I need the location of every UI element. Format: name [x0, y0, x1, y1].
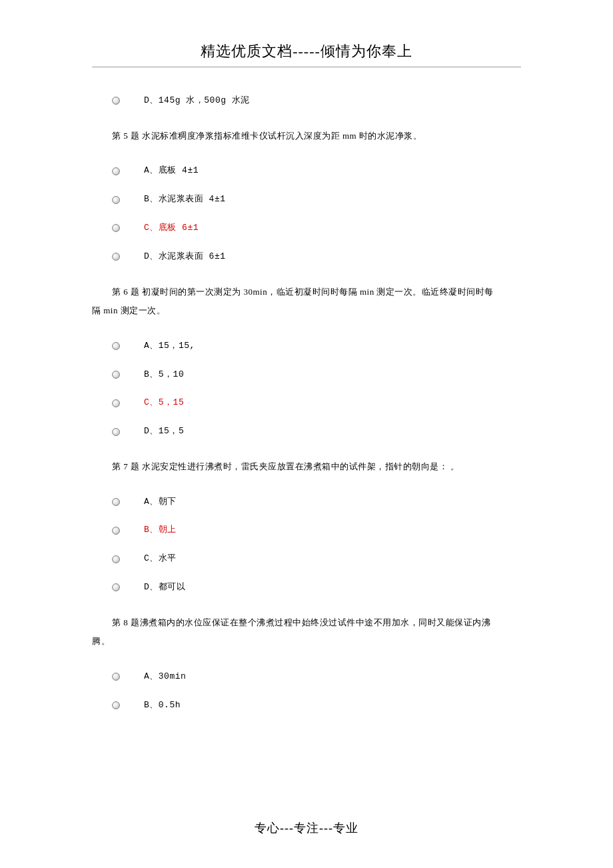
radio-icon[interactable]	[112, 527, 120, 535]
radio-icon[interactable]	[112, 673, 120, 681]
question-6-line1: 第 6 题 初凝时间的第一次测定为 30min，临近初凝时间时每隔 min 测定…	[112, 287, 494, 297]
radio-icon[interactable]	[112, 583, 120, 591]
question-6-line2: 隔 min 测定一次。	[92, 301, 165, 321]
radio-icon[interactable]	[112, 167, 120, 175]
option-row: C、底板 6±1	[92, 221, 521, 235]
radio-icon[interactable]	[112, 253, 120, 261]
option-text-correct: C、5，15	[144, 396, 184, 410]
radio-icon[interactable]	[112, 224, 120, 232]
option-text: A、底板 4±1	[144, 164, 199, 178]
option-text: C、水平	[144, 552, 177, 566]
page-header-title: 精选优质文档-----倾情为你奉上	[92, 41, 521, 67]
page-footer: 专心---专注---专业	[0, 820, 613, 836]
radio-icon[interactable]	[112, 701, 120, 709]
option-row: D、145g 水，500g 水泥	[92, 94, 521, 108]
radio-icon[interactable]	[112, 342, 120, 350]
option-row: C、水平	[92, 552, 521, 566]
radio-icon[interactable]	[112, 399, 120, 407]
question-6-text: 第 6 题 初凝时间的第一次测定为 30min，临近初凝时间时每隔 min 测定…	[112, 283, 521, 321]
option-text: A、朝下	[144, 495, 177, 509]
option-row: B、0.5h	[92, 699, 521, 713]
option-row: A、朝下	[92, 495, 521, 509]
content-area: D、145g 水，500g 水泥 第 5 题 水泥标准稠度净浆指标准维卡仪试杆沉…	[92, 94, 521, 713]
option-text-correct: C、底板 6±1	[144, 221, 199, 235]
question-8-line2: 腾。	[92, 632, 110, 651]
option-row: A、底板 4±1	[92, 164, 521, 178]
radio-icon[interactable]	[112, 428, 120, 436]
header-divider	[92, 67, 521, 67]
option-row: B、水泥浆表面 4±1	[92, 193, 521, 207]
option-text: A、15，15,	[144, 339, 195, 353]
question-8-text: 第 8 题沸煮箱内的水位应保证在整个沸煮过程中始终没过试件中途不用加水，同时又能…	[112, 613, 521, 651]
option-text: D、15，5	[144, 425, 184, 439]
option-row: B、5，10	[92, 368, 521, 382]
question-7-text: 第 7 题 水泥安定性进行沸煮时，雷氏夹应放置在沸煮箱中的试件架，指针的朝向是：…	[112, 457, 521, 477]
radio-icon[interactable]	[112, 371, 120, 379]
option-text: B、0.5h	[144, 699, 181, 713]
option-text: D、水泥浆表面 6±1	[144, 250, 226, 264]
option-row: B、朝上	[92, 523, 521, 537]
question-8-line1: 第 8 题沸煮箱内的水位应保证在整个沸煮过程中始终没过试件中途不用加水，同时又能…	[112, 617, 490, 627]
option-row: C、5，15	[92, 396, 521, 410]
question-5-text: 第 5 题 水泥标准稠度净浆指标准维卡仪试杆沉入深度为距 mm 时的水泥净浆。	[112, 127, 521, 146]
radio-icon[interactable]	[112, 555, 120, 563]
option-text: D、都可以	[144, 581, 185, 595]
option-row: D、水泥浆表面 6±1	[92, 250, 521, 264]
option-text: A、30min	[144, 670, 186, 684]
option-row: A、15，15,	[92, 339, 521, 353]
radio-icon[interactable]	[112, 498, 120, 506]
radio-icon[interactable]	[112, 196, 120, 204]
option-text: B、水泥浆表面 4±1	[144, 193, 226, 207]
option-row: D、15，5	[92, 425, 521, 439]
radio-icon[interactable]	[112, 97, 120, 105]
option-row: D、都可以	[92, 581, 521, 595]
option-row: A、30min	[92, 670, 521, 684]
option-text: B、5，10	[144, 368, 184, 382]
option-text: D、145g 水，500g 水泥	[144, 94, 250, 108]
option-text-correct: B、朝上	[144, 523, 177, 537]
